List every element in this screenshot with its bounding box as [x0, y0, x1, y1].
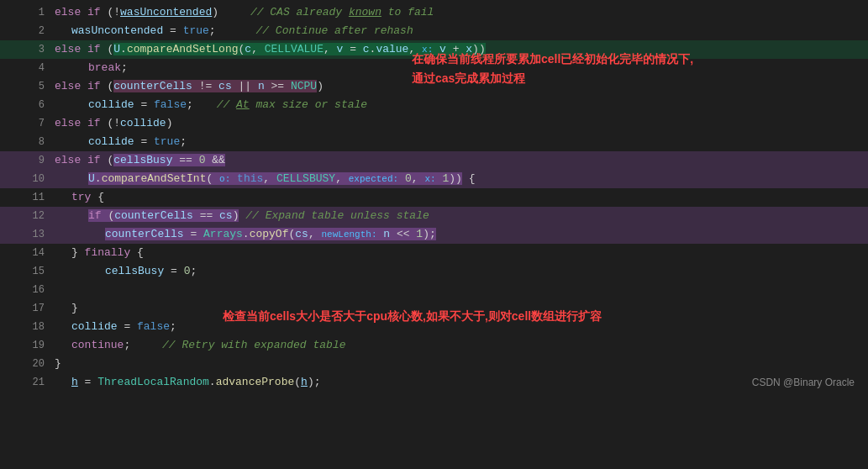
code-line-5: 5 else if (counterCells != cs || n >= NC… [0, 77, 868, 96]
line-content-2: wasUncontended = true; // Continue after… [55, 22, 868, 40]
code-line-16: 16 [0, 281, 868, 299]
line-content-11: try { [55, 188, 868, 207]
code-line-12: 12 if (counterCells == cs) // Expand tab… [0, 207, 868, 225]
line-content-7: else if (!collide) [55, 114, 868, 133]
line-content-17: } [55, 299, 868, 318]
code-line-1: 1 else if (!wasUncontended) // CAS alrea… [0, 3, 868, 22]
line-number-12: 12 [8, 207, 55, 225]
code-line-14: 14 } finally { [0, 244, 868, 262]
line-number-3: 3 [8, 40, 55, 59]
code-line-15: 15 cellsBusy = 0; [0, 262, 868, 281]
line-content-9: else if (cellsBusy == 0 && [55, 151, 868, 170]
line-number-6: 6 [8, 96, 55, 114]
line-number-7: 7 [8, 114, 55, 133]
line-number-11: 11 [8, 188, 55, 207]
line-content-1: else if (!wasUncontended) // CAS already… [55, 3, 868, 22]
line-content-12: if (counterCells == cs) // Expand table … [55, 207, 868, 225]
line-content-19: continue; // Retry with expanded table [55, 336, 868, 355]
line-content-4: break; [55, 59, 868, 77]
code-line-11: 11 try { [0, 188, 868, 207]
code-line-2: 2 wasUncontended = true; // Continue aft… [0, 22, 868, 40]
watermark: CSDN @Binary Oracle [752, 377, 855, 388]
line-number-10: 10 [8, 170, 55, 188]
line-content-21: h = ThreadLocalRandom.advanceProbe(h); [55, 373, 868, 392]
code-line-7: 7 else if (!collide) [0, 114, 868, 133]
line-content-15: cellsBusy = 0; [55, 262, 868, 281]
line-number-2: 2 [8, 22, 55, 40]
line-number-8: 8 [8, 133, 55, 151]
code-line-18: 18 collide = false; [0, 318, 868, 336]
line-number-17: 17 [8, 299, 55, 318]
code-line-9: 9 else if (cellsBusy == 0 && [0, 151, 868, 170]
line-number-9: 9 [8, 151, 55, 170]
line-content-14: } finally { [55, 244, 868, 262]
line-content-3: else if (U.compareAndSetLong(c, CELLVALU… [55, 40, 868, 59]
code-line-19: 19 continue; // Retry with expanded tabl… [0, 336, 868, 355]
line-number-5: 5 [8, 77, 55, 96]
line-number-13: 13 [8, 225, 55, 244]
line-content-20: } [55, 355, 868, 373]
line-number-20: 20 [8, 355, 55, 373]
line-content-6: collide = false; // At max size or stale [55, 96, 868, 114]
line-number-18: 18 [8, 318, 55, 336]
line-number-15: 15 [8, 262, 55, 281]
line-number-4: 4 [8, 59, 55, 77]
code-line-21: 21 h = ThreadLocalRandom.advanceProbe(h)… [0, 373, 868, 392]
line-number-19: 19 [8, 336, 55, 355]
code-line-13: 13 counterCells = Arrays.copyOf(cs, newL… [0, 225, 868, 244]
line-content-13: counterCells = Arrays.copyOf(cs, newLeng… [55, 225, 868, 244]
line-number-14: 14 [8, 244, 55, 262]
code-line-6: 6 collide = false; // At max size or sta… [0, 96, 868, 114]
code-line-3: 3 else if (U.compareAndSetLong(c, CELLVA… [0, 40, 868, 59]
code-line-10: 10 U.compareAndSetInt( o: this, CELLSBUS… [0, 170, 868, 188]
code-line-17: 17 } [0, 299, 868, 318]
line-content-5: else if (counterCells != cs || n >= NCPU… [55, 77, 868, 96]
line-number-1: 1 [8, 3, 55, 22]
line-content-8: collide = true; [55, 133, 868, 151]
line-number-16: 16 [8, 281, 55, 299]
line-content-10: U.compareAndSetInt( o: this, CELLSBUSY, … [55, 170, 868, 188]
code-line-8: 8 collide = true; [0, 133, 868, 151]
line-number-21: 21 [8, 373, 55, 392]
line-content-18: collide = false; [55, 318, 868, 336]
code-line-4: 4 break; [0, 59, 868, 77]
code-line-20: 20 } [0, 355, 868, 373]
